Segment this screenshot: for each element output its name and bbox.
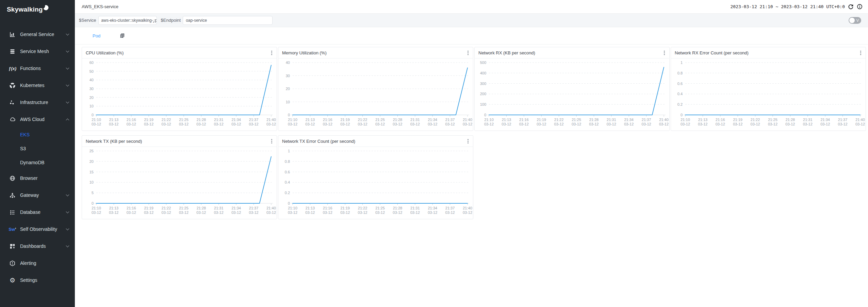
sidebar-item-aws-cloud[interactable]: AWS Cloud [0,111,75,128]
sidebar-subitem-s3[interactable]: S3 [0,142,75,156]
kebab-menu-icon[interactable] [859,49,862,56]
svg-text:200: 200 [480,92,486,96]
svg-text:21:10: 21:10 [288,118,297,122]
svg-text:03-12: 03-12 [323,210,332,215]
svg-text:03-12: 03-12 [393,210,402,215]
svg-text:21:19: 21:19 [340,118,350,122]
svg-text:21:16: 21:16 [323,206,332,210]
sidebar-item-gateway[interactable]: Gateway [0,187,75,204]
svg-text:03-12: 03-12 [624,122,634,126]
svg-text:21:13: 21:13 [306,118,315,122]
svg-text:03-12: 03-12 [716,122,725,126]
sidebar-item-browser[interactable]: Browser [0,170,75,187]
sidebar-subitem-dynamodb[interactable]: DynamoDB [0,156,75,170]
copy-icon[interactable] [119,33,125,39]
svg-text:21:10: 21:10 [92,206,101,210]
kebab-menu-icon[interactable] [270,49,273,56]
svg-text:300: 300 [480,82,486,86]
sidebar-item-label: Self Observability [20,226,65,232]
svg-text:0: 0 [288,113,290,117]
sidebar-item-label: Service Mesh [20,49,65,54]
chart-header: Network TX (KB per second) [82,136,277,147]
cloud-icon [9,116,16,123]
sidebar-item-functions[interactable]: ƒ(x) Functions [0,60,75,77]
chart-card-network-tx-kb-per-second: Network TX (KB per second) 051015202521:… [82,135,277,219]
kebab-menu-icon[interactable] [663,49,666,56]
sidebar-item-general-service[interactable]: General Service [0,26,75,43]
svg-text:0: 0 [92,201,94,205]
sidebar-item-label: Gateway [20,192,65,198]
chevron-down-icon [65,51,69,52]
kebab-menu-icon[interactable] [466,49,470,56]
svg-text:21:22: 21:22 [554,118,564,122]
svg-text:03-12: 03-12 [109,122,118,126]
chevron-down-icon [65,102,69,103]
sidebar-item-self-observability[interactable]: Sw’ Self Observability [0,221,75,238]
sidebar-item-database[interactable]: Database [0,204,75,221]
chart-card-network-rx-kb-per-second: Network RX (KB per second) 0100200300400… [474,47,670,131]
svg-text:0: 0 [92,113,94,117]
chart-header: Network RX (KB per second) [475,47,669,58]
chart-header: Network TX Error Count (per second) [278,136,473,147]
svg-text:21:13: 21:13 [502,118,511,122]
svg-text:03-12: 03-12 [445,210,455,215]
svg-text:0: 0 [288,201,290,205]
chart-card-network-tx-error-count-per-second: Network TX Error Count (per second) 00.2… [278,135,473,219]
svg-text:30: 30 [89,87,94,91]
time-range[interactable]: 2023-03-12 21:10 ~ 2023-03-12 21:40 UTC+… [730,4,845,9]
kebab-menu-icon[interactable] [270,138,273,145]
sidebar-item-settings[interactable]: ⚙ Settings [0,272,75,289]
sidebar-item-infrastructure[interactable]: Infrastructure [0,94,75,111]
svg-text:20: 20 [89,96,94,100]
svg-text:21:25: 21:25 [179,206,189,210]
sidebar-item-kubernetes[interactable]: Kubernetes [0,77,75,94]
sidebar-item-service-mesh[interactable]: Service Mesh [0,43,75,60]
endpoint-input[interactable] [183,16,273,25]
tab-pod[interactable]: Pod [93,33,100,38]
svg-text:03-12: 03-12 [393,122,402,126]
svg-text:21:25: 21:25 [572,118,581,122]
chart-icon [9,31,16,38]
svg-text:21:34: 21:34 [428,206,437,210]
refresh-icon[interactable] [848,4,854,10]
view-mode-toggle[interactable]: V [849,17,861,24]
svg-text:03-12: 03-12 [698,122,707,126]
service-select[interactable]: aws-eks-cluster::skywalking-ypi [98,16,157,25]
svg-text:03-12: 03-12 [358,122,367,126]
kebab-menu-icon[interactable] [466,138,470,145]
svg-text:21:34: 21:34 [820,118,830,122]
chevron-down-icon [65,245,69,247]
svg-text:21:10: 21:10 [288,206,297,210]
line-chart: 01020304021:1003-1221:1303-1221:1603-122… [278,58,472,130]
sidebar-item-dashboards[interactable]: Dashboards [0,238,75,255]
svg-text:03-12: 03-12 [589,122,599,126]
svg-text:21:31: 21:31 [214,118,224,122]
chevron-down-icon [65,194,69,196]
svg-text:03-12: 03-12 [428,210,437,215]
svg-text:03-12: 03-12 [838,122,848,126]
chart-header: Network RX Error Count (per second) [671,47,866,58]
svg-text:10: 10 [89,104,94,108]
svg-text:03-12: 03-12 [288,210,297,215]
svg-text:1: 1 [288,149,290,153]
svg-text:03-12: 03-12 [751,122,760,126]
skywalking-logo[interactable]: Skywalking [0,0,75,20]
svg-text:03-12: 03-12 [340,210,350,215]
sidebar-subitem-eks[interactable]: EKS [0,128,75,142]
chart-header: CPU Utilization (%) [82,47,277,58]
sidebar-item-alerting[interactable]: Alerting [0,255,75,272]
svg-text:21:16: 21:16 [519,118,529,122]
svg-text:03-12: 03-12 [445,122,455,126]
tab-bar: Pod [75,27,868,45]
svg-text:0.4: 0.4 [285,180,290,184]
svg-text:03-12: 03-12 [179,122,189,126]
svg-text:03-12: 03-12 [162,210,171,215]
endpoint-label: $Endpoint [161,18,181,23]
info-icon[interactable] [857,4,863,10]
svg-text:21:19: 21:19 [733,118,742,122]
svg-text:03-12: 03-12 [681,122,690,126]
svg-text:03-12: 03-12 [266,210,276,215]
database-icon [9,209,16,216]
svg-text:21:31: 21:31 [214,206,224,210]
svg-text:03-12: 03-12 [127,210,136,215]
